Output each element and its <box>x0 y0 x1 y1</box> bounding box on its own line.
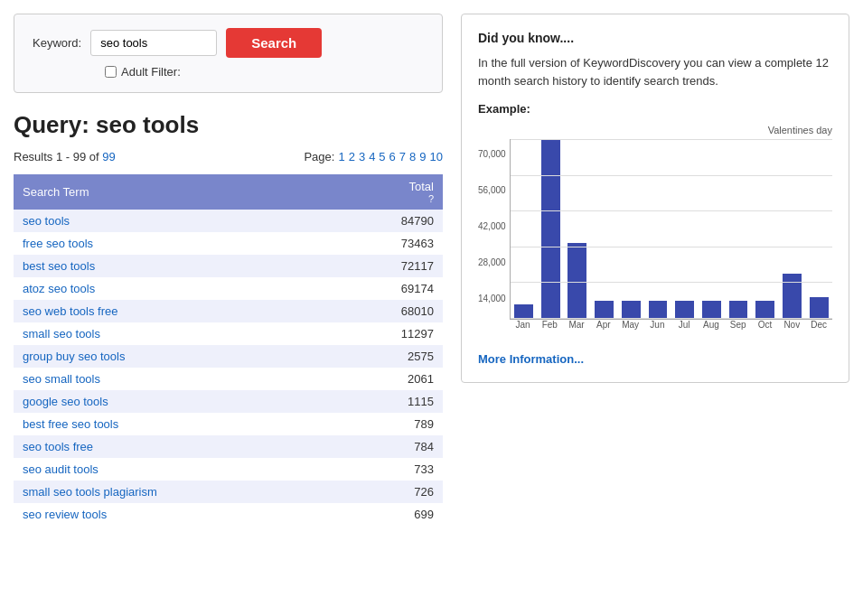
x-label: Mar <box>563 320 590 330</box>
more-info-link[interactable]: More Information... <box>478 352 584 366</box>
keyword-input[interactable] <box>90 30 217 56</box>
x-label: Sep <box>725 320 752 330</box>
page-link-7[interactable]: 7 <box>399 150 406 163</box>
table-row: small seo tools 11297 <box>14 322 443 345</box>
table-row: seo small tools 2061 <box>14 368 443 390</box>
adult-filter-label: Adult Filter: <box>121 65 181 79</box>
table-row: seo audit tools 733 <box>14 458 443 481</box>
bar-group <box>644 139 671 319</box>
term-link[interactable]: atoz seo tools <box>23 282 95 295</box>
page-link-8[interactable]: 8 <box>409 150 416 163</box>
adult-filter-row: Adult Filter: <box>105 65 424 79</box>
page-link-9[interactable]: 9 <box>419 150 426 163</box>
chart-bar <box>755 301 774 319</box>
bar-group <box>725 139 752 319</box>
table-row: seo web tools free 68010 <box>14 300 443 322</box>
term-link[interactable]: seo tools free <box>23 440 93 453</box>
chart-title: Valentines day <box>478 125 832 135</box>
bar-group <box>752 139 779 319</box>
table-cell-total: 68010 <box>335 300 443 322</box>
example-label: Example: <box>478 102 832 116</box>
table-row: seo tools free 784 <box>14 435 443 458</box>
table-cell-total: 733 <box>335 458 443 481</box>
table-cell-total: 73463 <box>335 232 443 255</box>
chart-bar <box>702 301 721 319</box>
table-cell-total: 72117 <box>335 255 443 277</box>
info-panel-title: Did you know.... <box>478 31 832 45</box>
term-link[interactable]: seo audit tools <box>23 462 98 476</box>
bar-group <box>537 139 564 319</box>
results-text: Results 1 - 99 of <box>14 150 99 163</box>
page-link-3[interactable]: 3 <box>359 150 365 163</box>
chart-bar <box>783 274 802 319</box>
page-link-6[interactable]: 6 <box>389 150 396 163</box>
keyword-label: Keyword: <box>33 36 81 50</box>
term-link[interactable]: seo review tools <box>23 508 107 521</box>
chart-bar <box>595 301 614 319</box>
page-link-4[interactable]: 4 <box>369 150 375 163</box>
chart-area <box>510 139 832 320</box>
term-link[interactable]: free seo tools <box>23 237 93 250</box>
table-row: best seo tools 72117 <box>14 255 443 277</box>
term-link[interactable]: best seo tools <box>23 259 95 273</box>
table-cell-total: 789 <box>335 413 443 435</box>
x-label: Nov <box>778 320 805 330</box>
results-count: Results 1 - 99 of 99 <box>14 150 116 163</box>
x-label: Aug <box>698 320 725 330</box>
term-link[interactable]: seo web tools free <box>23 304 118 318</box>
results-info: Results 1 - 99 of 99 Page: 1 2 3 4 5 6 7… <box>14 150 443 163</box>
left-panel: Keyword: Search Adult Filter: Query: seo… <box>14 14 443 526</box>
table-cell-term: atoz seo tools <box>14 277 335 300</box>
col-total: Total ? <box>335 174 443 210</box>
bar-group <box>591 139 618 319</box>
table-cell-term: best free seo tools <box>14 413 335 435</box>
info-panel-description: In the full version of KeywordDiscovery … <box>478 54 832 89</box>
bar-group <box>671 139 699 319</box>
chart-bar <box>568 243 586 319</box>
table-row: google seo tools 1115 <box>14 390 443 413</box>
bar-group <box>699 139 726 319</box>
term-link[interactable]: small seo tools <box>23 327 100 341</box>
table-cell-term: seo tools free <box>14 435 335 458</box>
table-cell-total: 84790 <box>335 210 443 232</box>
table-row: best free seo tools 789 <box>14 413 443 435</box>
term-link[interactable]: small seo tools plagiarism <box>23 485 157 499</box>
x-label: Oct <box>752 320 779 330</box>
page-link-10[interactable]: 10 <box>430 150 443 163</box>
table-row: small seo tools plagiarism 726 <box>14 481 443 503</box>
x-label: Jul <box>671 320 698 330</box>
table-cell-total: 2575 <box>335 345 443 368</box>
page-label: Page: <box>304 150 334 163</box>
table-cell-term: seo small tools <box>14 368 335 390</box>
search-row: Keyword: Search <box>33 28 424 58</box>
table-cell-term: seo web tools free <box>14 300 335 322</box>
results-total-link[interactable]: 99 <box>102 150 115 163</box>
x-label: May <box>617 320 644 330</box>
table-cell-term: seo tools <box>14 210 335 232</box>
table-cell-term: group buy seo tools <box>14 345 335 368</box>
x-label: Feb <box>536 320 563 330</box>
term-link[interactable]: seo tools <box>23 214 70 228</box>
results-table: Search Term Total ? seo tools 84790 free… <box>14 174 443 526</box>
term-link[interactable]: google seo tools <box>23 395 108 408</box>
term-link[interactable]: best free seo tools <box>23 417 118 431</box>
right-panel: Did you know.... In the full version of … <box>461 14 849 526</box>
table-row: seo review tools 699 <box>14 503 443 526</box>
chart-y-labels: 70,000 56,000 42,000 28,000 14,000 <box>478 149 506 330</box>
page-link-5[interactable]: 5 <box>379 150 385 163</box>
term-link[interactable]: seo small tools <box>23 372 100 386</box>
adult-filter-checkbox[interactable] <box>105 66 117 78</box>
table-cell-total: 2061 <box>335 368 443 390</box>
bar-group <box>564 139 591 319</box>
table-cell-term: seo audit tools <box>14 458 335 481</box>
chart-bar <box>810 297 829 319</box>
x-label: Apr <box>590 320 617 330</box>
table-cell-total: 1115 <box>335 390 443 413</box>
page-link-2[interactable]: 2 <box>349 150 355 163</box>
search-button[interactable]: Search <box>226 28 322 58</box>
chart-bar <box>622 301 641 319</box>
page-link-1[interactable]: 1 <box>338 150 344 163</box>
bar-group <box>617 139 644 319</box>
x-label: Jun <box>644 320 671 330</box>
term-link[interactable]: group buy seo tools <box>23 350 125 363</box>
